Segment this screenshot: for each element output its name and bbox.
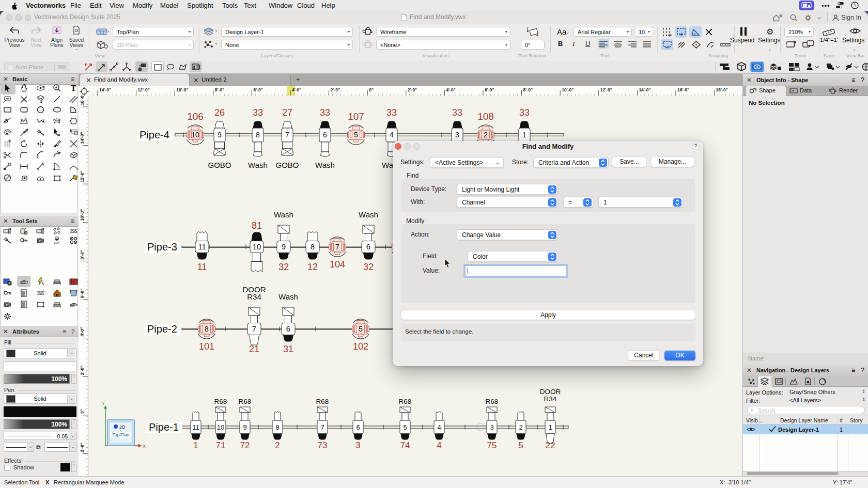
svg-text:11: 11 bbox=[197, 262, 207, 272]
svg-text:14'-0": 14'-0" bbox=[99, 87, 111, 92]
svg-text:10: 10 bbox=[191, 131, 199, 139]
svg-text:8: 8 bbox=[275, 423, 279, 431]
svg-text:107: 107 bbox=[348, 111, 364, 122]
svg-text:8'-0": 8'-0" bbox=[215, 87, 224, 92]
svg-text:3: 3 bbox=[455, 131, 459, 139]
svg-text:16'-0": 16'-0" bbox=[80, 96, 85, 105]
svg-text:0": 0" bbox=[80, 409, 85, 414]
svg-text:8: 8 bbox=[256, 131, 260, 139]
svg-text:2: 2 bbox=[519, 423, 522, 431]
svg-text:2: 2 bbox=[275, 440, 280, 450]
svg-text:2'-0": 2'-0" bbox=[80, 443, 85, 452]
svg-text:12'-0": 12'-0" bbox=[600, 87, 612, 92]
svg-text:22: 22 bbox=[546, 440, 555, 450]
svg-text:71: 71 bbox=[216, 440, 226, 450]
svg-text:8'-0": 8'-0" bbox=[523, 87, 533, 92]
svg-text:81: 81 bbox=[252, 221, 262, 231]
svg-text:Pipe-1: Pipe-1 bbox=[149, 421, 179, 433]
svg-text:0": 0" bbox=[369, 87, 374, 92]
svg-text:6'-0": 6'-0" bbox=[80, 289, 85, 298]
svg-text:106: 106 bbox=[187, 111, 204, 122]
svg-text:73: 73 bbox=[318, 440, 328, 450]
svg-text:6: 6 bbox=[323, 131, 327, 139]
svg-text:10'-0": 10'-0" bbox=[562, 87, 574, 92]
svg-text:X: X bbox=[143, 444, 146, 449]
svg-text:4'-0": 4'-0" bbox=[292, 87, 301, 92]
svg-text:2D: 2D bbox=[119, 424, 126, 430]
svg-text:2'-0": 2'-0" bbox=[331, 87, 340, 92]
svg-text:4: 4 bbox=[437, 423, 441, 431]
svg-text:8: 8 bbox=[311, 242, 315, 251]
svg-text:R68: R68 bbox=[214, 398, 227, 405]
svg-text:16'-0": 16'-0" bbox=[677, 87, 689, 92]
svg-text:10'-0": 10'-0" bbox=[80, 209, 85, 221]
svg-text:12'-0": 12'-0" bbox=[80, 170, 85, 182]
svg-text:6: 6 bbox=[286, 324, 290, 333]
svg-text:5: 5 bbox=[354, 131, 358, 139]
svg-text:72: 72 bbox=[240, 440, 250, 450]
svg-text:R68: R68 bbox=[399, 398, 412, 405]
svg-text:9: 9 bbox=[243, 423, 246, 431]
svg-text:18'-0": 18'-0" bbox=[716, 87, 728, 92]
svg-text:74: 74 bbox=[400, 440, 410, 450]
svg-text:7: 7 bbox=[285, 131, 289, 139]
svg-text:7: 7 bbox=[335, 243, 339, 251]
svg-text:12: 12 bbox=[307, 262, 318, 272]
svg-text:5: 5 bbox=[518, 440, 523, 450]
svg-text:10: 10 bbox=[217, 423, 224, 431]
svg-text:Pipe-3: Pipe-3 bbox=[147, 241, 177, 253]
svg-text:102: 102 bbox=[353, 341, 368, 352]
svg-text:Wash: Wash bbox=[248, 161, 268, 169]
svg-text:32: 32 bbox=[278, 262, 289, 272]
svg-text:6: 6 bbox=[366, 242, 370, 251]
svg-text:4'-0": 4'-0" bbox=[80, 327, 85, 336]
svg-text:75: 75 bbox=[487, 440, 497, 450]
svg-text:4: 4 bbox=[437, 440, 441, 450]
svg-text:33: 33 bbox=[452, 107, 462, 118]
svg-text:R34: R34 bbox=[247, 292, 261, 301]
svg-text:5: 5 bbox=[359, 325, 363, 333]
svg-text:104: 104 bbox=[330, 259, 345, 270]
svg-text:8: 8 bbox=[205, 325, 209, 333]
svg-text:R34: R34 bbox=[544, 395, 557, 403]
svg-text:9: 9 bbox=[218, 131, 222, 139]
svg-text:1: 1 bbox=[193, 440, 198, 450]
svg-text:4'-0": 4'-0" bbox=[446, 87, 455, 92]
svg-text:9: 9 bbox=[282, 242, 286, 251]
svg-text:7: 7 bbox=[252, 324, 256, 333]
svg-text:2: 2 bbox=[484, 131, 488, 139]
svg-text:33: 33 bbox=[386, 107, 397, 118]
svg-text:GOBO: GOBO bbox=[208, 161, 231, 169]
svg-text:2'-0": 2'-0" bbox=[408, 87, 417, 92]
svg-text:27: 27 bbox=[282, 107, 292, 118]
svg-text:6'-0": 6'-0" bbox=[253, 87, 262, 92]
svg-text:14'-0": 14'-0" bbox=[639, 87, 650, 92]
svg-text:Wash: Wash bbox=[359, 210, 378, 219]
svg-text:1: 1 bbox=[522, 131, 526, 139]
svg-text:12'-0": 12'-0" bbox=[138, 87, 150, 92]
svg-text:32: 32 bbox=[363, 262, 374, 272]
svg-text:GOBO: GOBO bbox=[275, 161, 299, 169]
svg-text:Top/Plan: Top/Plan bbox=[112, 432, 129, 437]
svg-text:31: 31 bbox=[283, 344, 293, 354]
svg-text:101: 101 bbox=[199, 341, 214, 352]
svg-text:1: 1 bbox=[548, 423, 552, 431]
svg-text:Y: Y bbox=[102, 401, 105, 406]
svg-text:33: 33 bbox=[253, 107, 263, 118]
svg-text:14'-0": 14'-0" bbox=[80, 132, 85, 144]
svg-text:108: 108 bbox=[477, 111, 494, 122]
svg-text:R68: R68 bbox=[316, 398, 329, 405]
svg-text:33: 33 bbox=[320, 107, 330, 118]
svg-text:Pipe-4: Pipe-4 bbox=[140, 129, 169, 140]
svg-text:6'-0": 6'-0" bbox=[485, 87, 494, 92]
svg-text:Wash: Wash bbox=[315, 161, 335, 169]
svg-text:4: 4 bbox=[390, 131, 394, 139]
svg-text:R68: R68 bbox=[239, 398, 252, 405]
svg-text:10'-0": 10'-0" bbox=[176, 87, 188, 92]
svg-text:11: 11 bbox=[198, 242, 206, 251]
svg-text:R68: R68 bbox=[486, 398, 499, 405]
svg-text:5: 5 bbox=[403, 423, 407, 431]
svg-text:10: 10 bbox=[253, 242, 261, 251]
svg-text:Pipe-2: Pipe-2 bbox=[147, 323, 177, 335]
svg-text:8'-0": 8'-0" bbox=[80, 250, 85, 259]
